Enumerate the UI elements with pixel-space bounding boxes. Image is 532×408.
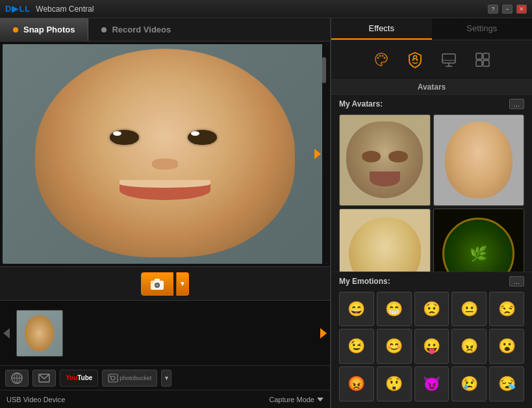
- emoji-happy[interactable]: 😄: [339, 292, 374, 327]
- svg-point-2: [156, 283, 159, 287]
- svg-rect-25: [483, 53, 489, 59]
- snap-button[interactable]: [141, 272, 173, 296]
- minimize-button[interactable]: −: [502, 5, 513, 14]
- tab-settings[interactable]: Settings: [432, 18, 533, 40]
- main-container: Snap Photos Record Videos: [0, 18, 532, 408]
- effects-multi-button[interactable]: [471, 48, 494, 71]
- emoji-astonished[interactable]: 😲: [377, 366, 412, 402]
- thumb-baby-head: [25, 315, 55, 351]
- tab-bar: Snap Photos Record Videos: [0, 18, 330, 42]
- svg-rect-10: [108, 374, 118, 382]
- bottom-toolbar: YouTube photobucket ▼: [0, 365, 330, 390]
- svg-rect-24: [476, 53, 482, 59]
- svg-point-15: [381, 55, 383, 57]
- filmstrip-next-button[interactable]: [320, 328, 327, 338]
- avatars-more-button[interactable]: ...: [509, 99, 524, 109]
- emoji-sleeping[interactable]: 😪: [489, 366, 524, 402]
- emoji-open-mouth[interactable]: 😮: [489, 329, 524, 364]
- toolbar-more-button[interactable]: ▼: [161, 370, 171, 387]
- right-panel: Effects Settings: [331, 18, 532, 408]
- effects-avatar-button[interactable]: [403, 48, 427, 71]
- multi-window-icon: [474, 51, 491, 68]
- emoji-grin[interactable]: 😁: [377, 292, 412, 327]
- monitor-icon: [440, 51, 457, 68]
- palette-icon: [373, 51, 390, 68]
- camera-scroll-arrow[interactable]: [314, 149, 321, 159]
- youtube-label2: Tube: [77, 374, 92, 381]
- emoji-neutral[interactable]: 😐: [451, 292, 487, 327]
- tab-effects[interactable]: Effects: [331, 18, 432, 40]
- snap-dropdown-button[interactable]: ▼: [176, 272, 189, 296]
- emoji-sad[interactable]: 😟: [414, 292, 450, 327]
- capture-mode[interactable]: Capture Mode: [269, 396, 323, 403]
- svg-rect-27: [483, 60, 489, 66]
- right-tab-bar: Effects Settings: [331, 18, 532, 40]
- svg-rect-3: [155, 279, 160, 281]
- emoji-smile[interactable]: 😊: [377, 329, 412, 364]
- svg-rect-26: [476, 60, 482, 66]
- chihuahua-face: [349, 218, 421, 271]
- dell-logo: D▶LL: [5, 4, 31, 14]
- emotions-section: My Emotions: ... 😄 😁 😟 😐 😒 😉 😊 😛 😠 😮 😡 😲: [331, 272, 532, 408]
- capture-mode-arrow: [317, 398, 323, 402]
- tab-dot-inactive: [101, 27, 107, 32]
- emotions-header: My Emotions: ...: [339, 276, 524, 287]
- emoji-rage[interactable]: 😡: [339, 366, 374, 402]
- app-title: Webcam Central: [36, 5, 488, 14]
- thumb-background: [17, 311, 62, 356]
- filmstrip-thumbnail[interactable]: [16, 310, 63, 357]
- camera-controls: ▼: [0, 266, 330, 300]
- close-button[interactable]: ✕: [516, 5, 527, 14]
- share-globe-button[interactable]: [5, 370, 29, 387]
- emotions-more-button[interactable]: ...: [509, 276, 524, 287]
- help-button[interactable]: ?: [488, 5, 498, 14]
- mail-button[interactable]: [32, 370, 56, 387]
- emoji-cry[interactable]: 😢: [451, 366, 487, 402]
- scrollbar-thumb[interactable]: [322, 57, 326, 83]
- dell-logo-text: D▶LL: [5, 4, 31, 14]
- baby-nose: [152, 159, 178, 170]
- photobucket-icon: [108, 374, 118, 383]
- avatar-baby2[interactable]: [433, 114, 525, 206]
- camera-icon: [150, 277, 164, 290]
- svg-point-16: [383, 57, 385, 59]
- photobucket-label: photobucket: [120, 375, 151, 381]
- svg-rect-20: [442, 54, 455, 63]
- decorative-ornament: 🌿: [442, 218, 514, 271]
- emoji-angry[interactable]: 😠: [451, 329, 487, 364]
- avatar-decorative[interactable]: 🌿: [433, 209, 525, 272]
- svg-point-12: [110, 376, 111, 377]
- emoji-wink[interactable]: 😉: [339, 329, 374, 364]
- avatar-bulldog[interactable]: [339, 114, 431, 206]
- avatar-chihuahua[interactable]: [339, 209, 431, 272]
- camera-view: [3, 44, 327, 264]
- tab-dot-active: [13, 27, 18, 32]
- youtube-button[interactable]: YouTube: [60, 370, 98, 387]
- svg-point-13: [377, 57, 379, 59]
- left-panel: Snap Photos Record Videos: [0, 18, 331, 408]
- effects-icon-bar: [331, 40, 532, 80]
- svg-point-11: [111, 376, 115, 380]
- baby-head: [35, 49, 295, 257]
- status-bar: USB Video Device Capture Mode: [0, 390, 330, 408]
- mail-icon: [38, 374, 50, 383]
- effects-monitor-button[interactable]: [437, 48, 461, 71]
- tab-snap-photos[interactable]: Snap Photos: [0, 18, 88, 41]
- effects-palette-button[interactable]: [370, 48, 393, 71]
- filmstrip-prev-button[interactable]: [3, 328, 10, 338]
- shield-face-icon: [407, 51, 424, 68]
- camera-scrollbar: [322, 44, 327, 264]
- emoji-tongue[interactable]: 😛: [414, 329, 450, 364]
- avatars-section-label: Avatars: [331, 80, 532, 95]
- avatar-grid: 🌿: [339, 114, 524, 272]
- svg-point-14: [379, 55, 381, 57]
- window-controls: ? − ✕: [488, 5, 527, 14]
- emoji-unamused[interactable]: 😒: [489, 292, 524, 327]
- photobucket-button[interactable]: photobucket: [102, 370, 157, 387]
- emoji-grid: 😄 😁 😟 😐 😒 😉 😊 😛 😠 😮 😡 😲 😈 😢 😪: [339, 292, 524, 402]
- filmstrip: [0, 300, 330, 365]
- tab-record-videos[interactable]: Record Videos: [88, 18, 184, 41]
- baby2-face: [445, 121, 513, 198]
- emoji-devil[interactable]: 😈: [414, 366, 450, 402]
- my-emotions-label: My Emotions:: [339, 277, 390, 286]
